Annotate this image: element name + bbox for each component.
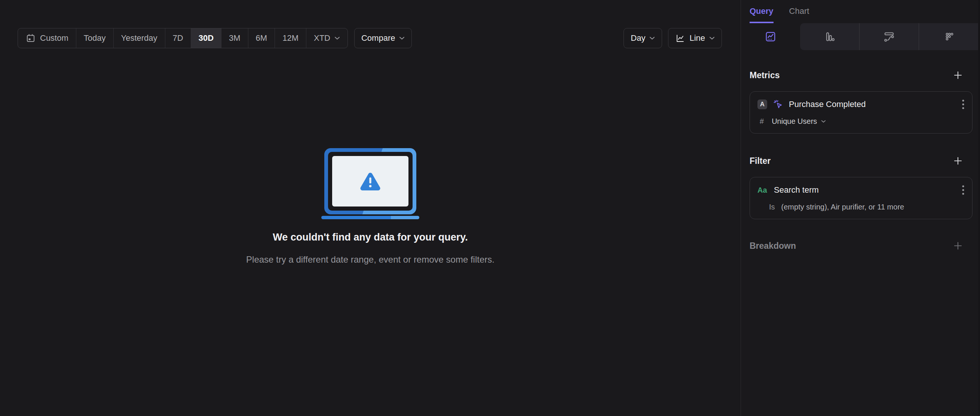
range-today[interactable]: Today	[76, 29, 114, 48]
empty-state: We couldn't find any data for your query…	[0, 148, 741, 265]
kebab-menu-icon[interactable]	[962, 185, 965, 196]
tab-chart[interactable]: Chart	[789, 0, 810, 23]
date-toolbar: Custom Today Yesterday 7D 30D 3M 6M 12M …	[18, 28, 722, 48]
event-click-icon	[772, 99, 784, 110]
tab-query[interactable]: Query	[749, 0, 773, 23]
range-7d[interactable]: 7D	[165, 29, 191, 48]
chart-controls: Day Line	[624, 28, 722, 48]
tab-insights[interactable]	[741, 23, 800, 50]
range-12m[interactable]: 12M	[275, 29, 306, 48]
kebab-menu-icon[interactable]	[962, 99, 965, 110]
chevron-down-icon	[399, 36, 405, 40]
add-breakdown-button plus-icon[interactable]	[953, 241, 963, 251]
main-chart-area: Custom Today Yesterday 7D 30D 3M 6M 12M …	[0, 0, 741, 416]
range-30d-active[interactable]: 30D	[191, 29, 221, 48]
add-metric-button plus-icon[interactable]	[953, 70, 963, 80]
calendar-icon	[25, 33, 36, 43]
date-range-segmented-control: Custom Today Yesterday 7D 30D 3M 6M 12M …	[18, 28, 348, 48]
metric-event-name: Purchase Completed	[789, 99, 956, 109]
query-panel: Query Chart	[741, 0, 980, 416]
breakdown-heading: Breakdown	[749, 241, 796, 251]
laptop-screen	[332, 156, 409, 207]
range-6m[interactable]: 6M	[248, 29, 275, 48]
chevron-down-icon	[649, 36, 655, 40]
metric-card[interactable]: A Purchase Completed # Unique Users	[749, 91, 972, 134]
insights-icon	[765, 31, 776, 43]
report-type-tabs	[741, 23, 978, 50]
empty-state-subtitle: Please try a different date range, event…	[0, 254, 741, 265]
range-3m[interactable]: 3M	[221, 29, 248, 48]
laptop-frame	[324, 148, 416, 214]
retention-icon	[943, 31, 955, 43]
add-filter-button plus-icon[interactable]	[953, 156, 963, 166]
range-label: Custom	[40, 33, 68, 43]
flows-icon	[883, 31, 895, 43]
scrollbar-gutter[interactable]	[978, 0, 980, 416]
range-xtd[interactable]: XTD	[306, 29, 347, 48]
warning-triangle-icon	[360, 171, 381, 191]
filter-values-summary[interactable]: (empty string), Air purifier, or 11 more	[781, 203, 904, 211]
date-range-controls: Custom Today Yesterday 7D 30D 3M 6M 12M …	[18, 28, 412, 48]
query-builder: Metrics A Purchase Completed	[741, 50, 980, 251]
breakdown-header: Breakdown	[749, 241, 972, 251]
funnels-icon	[824, 31, 835, 43]
range-yesterday[interactable]: Yesterday	[114, 29, 165, 48]
tab-retention[interactable]	[919, 23, 978, 50]
aggregation-dropdown[interactable]: Unique Users	[772, 117, 817, 126]
range-custom[interactable]: Custom	[18, 29, 76, 48]
series-letter-badge: A	[757, 99, 767, 109]
metrics-heading: Metrics	[749, 70, 780, 80]
filter-card[interactable]: Aa Search term Is (empty string), Air pu…	[749, 177, 972, 219]
tab-flows[interactable]	[859, 23, 919, 50]
filter-heading: Filter	[749, 156, 770, 166]
aggregation-symbol: #	[760, 117, 764, 126]
chevron-down-icon	[821, 120, 826, 123]
line-chart-icon	[675, 33, 685, 43]
tab-funnels[interactable]	[800, 23, 859, 50]
laptop-base	[321, 216, 419, 219]
granularity-dropdown[interactable]: Day	[624, 28, 662, 48]
filter-property-name: Search term	[774, 185, 956, 195]
string-property-icon: Aa	[757, 186, 768, 194]
analytics-app: Custom Today Yesterday 7D 30D 3M 6M 12M …	[0, 0, 980, 416]
chevron-down-icon	[334, 36, 340, 40]
metrics-header: Metrics	[749, 70, 972, 80]
chart-type-dropdown[interactable]: Line	[668, 28, 722, 48]
chevron-down-icon	[709, 36, 715, 40]
compare-button[interactable]: Compare	[354, 28, 412, 48]
panel-tabs: Query Chart	[741, 0, 980, 23]
laptop-warning-illustration	[321, 148, 419, 219]
filter-header: Filter	[749, 156, 972, 166]
filter-operator[interactable]: Is	[769, 203, 775, 211]
empty-state-title: We couldn't find any data for your query…	[0, 231, 741, 243]
